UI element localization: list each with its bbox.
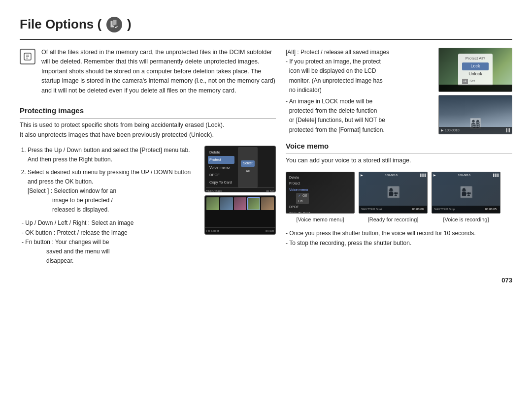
voice-memo-section: Voice memo You can add your voice to a s… xyxy=(286,141,512,248)
voice-memo-title: Voice memo xyxy=(286,141,512,154)
scene-people: 👩‍👧 xyxy=(387,184,400,200)
note-fn: Fn button : Your changes will be saved a… xyxy=(22,238,198,266)
counter-display2: 100-0010 xyxy=(458,173,470,178)
voice-recording-screen: ▶ 100-0010 ▐▐▐ 👩‍👧 SHUTTER Stop xyxy=(432,172,500,214)
page-number: 073 xyxy=(20,276,512,285)
voice-ready-wrap: ▶ 100-0010 ▐▐▐ 👩‍👧 SHUTTER Start xyxy=(359,172,428,224)
file-options-icon xyxy=(106,17,122,32)
right-intro: [All] : Protect / release all saved imag… xyxy=(286,48,512,135)
thumbnail-grid-screen: Fn Select ok Set xyxy=(204,195,276,235)
step-1: Press the Up / Down button and select th… xyxy=(28,146,198,164)
thumb-1 xyxy=(206,197,219,210)
voice-screenshots: Delete Protect Voice memo ✓ Off On DPOF xyxy=(286,172,512,224)
play-icon2: ▶ xyxy=(433,173,436,178)
title-divider xyxy=(20,39,512,40)
folder-icon: ▶ xyxy=(441,128,443,133)
voice-ready-screen: ▶ 100-0010 ▐▐▐ 👩‍👧 SHUTTER Start xyxy=(359,172,428,214)
right-cam-images: Protect All? Lock Unlock ok Set xyxy=(438,48,512,135)
thumb-3 xyxy=(234,197,247,210)
battery-display: ▐▐▐ xyxy=(419,173,426,178)
voice-notes: Once you press the shutter button, the v… xyxy=(286,228,512,248)
protect-note-1: - If you protect an image, the protect i… xyxy=(286,57,433,95)
menu-list: Delete Protect Voice memo DPOF Copy To C… xyxy=(206,147,236,187)
battery-icon: ▐▐ xyxy=(505,128,510,133)
intro-box: Of all the files stored in the memory ca… xyxy=(20,48,276,95)
timer-display2: 00:00:05 xyxy=(484,207,498,212)
thumb-5 xyxy=(261,197,274,210)
protect-screenshots: Delete Protect Voice memo DPOF Copy To C… xyxy=(204,146,276,266)
voice-menu-screen: Delete Protect Voice memo ✓ Off On DPOF xyxy=(286,172,355,214)
note-icon xyxy=(20,49,35,64)
protect-dialog: Protect All? Lock Unlock ok Set xyxy=(458,54,493,86)
protecting-images-title: Protecting images xyxy=(20,105,276,119)
timer-display: 00:00:00 xyxy=(411,207,425,212)
steps-text: Press the Up / Down button and select th… xyxy=(20,146,198,266)
counter-label: 100-0010 xyxy=(445,128,460,133)
protecting-images-section: Protecting images This is used to protec… xyxy=(20,105,276,266)
scene-people2: 👩‍👧 xyxy=(460,184,473,200)
thumb-2 xyxy=(220,197,233,210)
voice-menu-wrap: Delete Protect Voice memo ✓ Off On DPOF xyxy=(286,172,355,224)
counter-display: 100-0010 xyxy=(385,173,397,178)
title-text: File Options ( xyxy=(20,15,101,34)
thumb-grid xyxy=(205,196,275,227)
note-updown: Up / Down / Left / Right : Select an ima… xyxy=(22,218,198,228)
voice-menu-label: [Voice memo menu] xyxy=(296,216,344,224)
protect-all-screen: Protect All? Lock Unlock ok Set xyxy=(438,48,512,92)
thumb-4 xyxy=(247,197,260,210)
protect-note-2: - An image in LOCK mode will be protecte… xyxy=(286,97,433,135)
shutter-label: SHUTTER Start xyxy=(361,207,382,212)
protecting-images-desc: This is used to protect specific shots f… xyxy=(20,121,276,140)
shutter-stop-label: SHUTTER Stop xyxy=(434,207,455,212)
page-title: File Options ( ) xyxy=(20,15,512,34)
intro-text: Of all the files stored in the memory ca… xyxy=(41,48,276,95)
protect-menu-screen: Delete Protect Voice memo DPOF Copy To C… xyxy=(204,146,276,192)
all-protect-label: [All] : Protect / release all saved imag… xyxy=(286,48,433,57)
voice-note-2: To stop the recording, press the shutter… xyxy=(286,238,512,248)
right-intro-text: [All] : Protect / release all saved imag… xyxy=(286,48,433,135)
recording-label: [Voice is recording] xyxy=(443,216,489,224)
voice-recording-wrap: ▶ 100-0010 ▐▐▐ 👩‍👧 SHUTTER Stop xyxy=(432,172,500,224)
voice-note-1: Once you press the shutter button, the v… xyxy=(286,228,512,238)
note-ok: OK button : Protect / release the image xyxy=(22,228,198,238)
voice-memo-desc: You can add your voice to a stored still… xyxy=(286,156,512,165)
protect-image-preview: 👨‍👩‍👧‍👦 ▶ 100-0010 ▐▐ xyxy=(438,95,512,134)
step-2: Select a desired sub menu by pressing th… xyxy=(28,168,198,215)
play-icon: ▶ xyxy=(361,173,363,178)
ready-label: [Ready for recording] xyxy=(368,216,419,224)
battery-display2: ▐▐▐ xyxy=(492,173,499,178)
